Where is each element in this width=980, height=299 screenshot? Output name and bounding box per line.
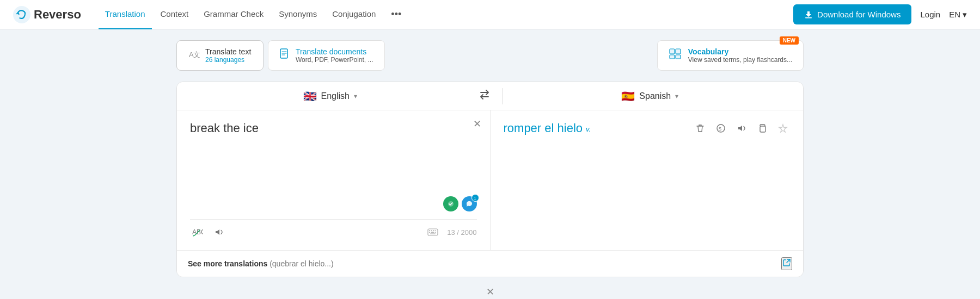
copy-icon xyxy=(757,123,767,133)
main-content: A 文 Translate text 26 languages xyxy=(163,29,817,299)
source-text-input[interactable] xyxy=(190,121,477,192)
svg-rect-16 xyxy=(429,232,430,233)
clear-source-button[interactable]: ✕ xyxy=(473,119,481,129)
tool-tabs-left: A 文 Translate text 26 languages xyxy=(176,40,385,71)
delete-translation-button[interactable] xyxy=(693,121,707,138)
svg-rect-8 xyxy=(676,55,681,59)
translation-panels: ✕ 1 xyxy=(177,110,803,250)
source-lang-flag: 🇬🇧 xyxy=(303,90,317,103)
trash-icon xyxy=(695,123,705,133)
target-panel: romper el hielo v. $ xyxy=(491,110,804,250)
save-translation-button[interactable]: $ xyxy=(714,121,728,138)
ai-icons: 1 xyxy=(443,196,477,211)
tool-tabs: A 文 Translate text 26 languages xyxy=(176,40,804,71)
see-more-bar: See more translations (quebrar el hielo.… xyxy=(177,250,803,277)
ai-badge: 1 xyxy=(471,194,479,202)
speaker-icon xyxy=(214,227,224,237)
source-lang-name: English xyxy=(321,91,350,101)
svg-rect-22 xyxy=(760,126,765,132)
svg-rect-18 xyxy=(435,232,436,233)
svg-rect-14 xyxy=(433,231,434,232)
nav-conjugation[interactable]: Conjugation xyxy=(326,0,382,29)
logo[interactable]: Reverso xyxy=(13,6,81,23)
download-windows-button[interactable]: Download for Windows xyxy=(793,4,911,24)
target-panel-icons: $ xyxy=(693,121,790,138)
header-right: Download for Windows Login EN ▾ xyxy=(793,4,967,24)
download-icon xyxy=(804,10,813,19)
source-lang-chevron-icon: ▾ xyxy=(354,92,357,100)
translate-docs-info: Translate documents Word, PDF, PowerPoin… xyxy=(296,47,373,64)
vocabulary-info: Vocabulary View saved terms, play flashc… xyxy=(688,47,792,64)
reverso-logo-icon xyxy=(13,6,30,23)
source-panel: ✕ 1 xyxy=(177,110,491,250)
source-panel-bottom: ABC xyxy=(190,219,477,239)
nav-grammar-check[interactable]: Grammar Check xyxy=(197,0,270,29)
document-icon xyxy=(279,48,290,63)
translate-text-info: Translate text 26 languages xyxy=(205,47,251,64)
svg-rect-7 xyxy=(670,55,675,59)
source-bottom-icons: ABC xyxy=(190,225,226,239)
svg-text:文: 文 xyxy=(193,51,200,59)
copy-translation-button[interactable] xyxy=(755,121,769,138)
translate-text-icon: A 文 xyxy=(188,48,200,63)
target-language-selector[interactable]: 🇪🇸 Spanish ▾ xyxy=(508,90,793,103)
svg-rect-5 xyxy=(670,49,675,54)
star-icon xyxy=(778,123,788,133)
svg-rect-15 xyxy=(435,231,436,232)
ai-icon-blue[interactable]: 1 xyxy=(462,196,477,211)
svg-text:$: $ xyxy=(719,126,721,132)
bookmark-icon: $ xyxy=(716,123,726,133)
svg-rect-12 xyxy=(429,231,430,232)
target-panel-bottom xyxy=(504,234,791,239)
new-badge: NEW xyxy=(780,36,799,45)
svg-point-0 xyxy=(13,6,30,23)
target-lang-name: Spanish xyxy=(639,91,671,101)
vocabulary-card[interactable]: NEW Vocabulary View saved terms, play fl… xyxy=(657,40,804,71)
nav-context[interactable]: Context xyxy=(154,0,195,29)
spellcheck-button[interactable]: ABC xyxy=(190,225,205,239)
see-more-extra: (quebrar el hielo...) xyxy=(270,259,334,268)
see-more-label: See more translations xyxy=(188,259,267,268)
translator: 🇬🇧 English ▾ 🇪🇸 Spanish ▾ ✕ xyxy=(176,82,804,277)
svg-rect-1 xyxy=(805,17,812,18)
spellcheck-icon: ABC xyxy=(192,227,203,237)
lang-chevron-icon: ▾ xyxy=(963,10,967,20)
source-language-selector[interactable]: 🇬🇧 English ▾ xyxy=(188,90,473,103)
swap-icon xyxy=(479,90,490,99)
tab-translate-text[interactable]: A 文 Translate text 26 languages xyxy=(176,40,264,71)
tab-translate-documents[interactable]: Translate documents Word, PDF, PowerPoin… xyxy=(268,40,385,71)
svg-rect-13 xyxy=(431,231,432,232)
see-more-button[interactable] xyxy=(781,257,792,270)
external-link-icon xyxy=(782,258,791,267)
nav-more-icon[interactable]: ••• xyxy=(384,4,408,24)
listen-translation-button[interactable] xyxy=(734,121,749,138)
language-bar: 🇬🇧 English ▾ 🇪🇸 Spanish ▾ xyxy=(177,82,803,110)
keyboard-button[interactable] xyxy=(425,226,440,238)
see-more-text: See more translations (quebrar el hielo.… xyxy=(188,259,334,268)
ad-close-button[interactable]: ✕ xyxy=(176,286,804,298)
svg-rect-6 xyxy=(676,49,681,54)
svg-rect-17 xyxy=(431,232,434,233)
speaker-right-icon xyxy=(737,123,746,133)
main-nav: Translation Context Grammar Check Synony… xyxy=(99,0,776,29)
keyboard-icon xyxy=(427,228,438,236)
lang-divider xyxy=(502,88,503,104)
language-selector[interactable]: EN ▾ xyxy=(949,10,967,20)
header: Reverso Translation Context Grammar Chec… xyxy=(0,0,980,29)
nav-translation[interactable]: Translation xyxy=(99,0,152,29)
char-count: 13 / 2000 xyxy=(447,228,476,236)
logo-text: Reverso xyxy=(34,8,81,22)
target-lang-chevron-icon: ▾ xyxy=(675,92,678,100)
svg-rect-19 xyxy=(430,234,436,235)
star-favorite-button[interactable] xyxy=(776,121,790,138)
source-speaker-button[interactable] xyxy=(212,225,226,239)
nav-synonyms[interactable]: Synonyms xyxy=(272,0,323,29)
ai-icon-green[interactable] xyxy=(443,196,458,211)
target-text-display: romper el hielo v. xyxy=(504,121,694,135)
vocabulary-icon xyxy=(669,48,682,63)
target-lang-flag: 🇪🇸 xyxy=(621,90,635,103)
swap-languages-button[interactable] xyxy=(473,86,497,105)
login-button[interactable]: Login xyxy=(920,10,940,19)
